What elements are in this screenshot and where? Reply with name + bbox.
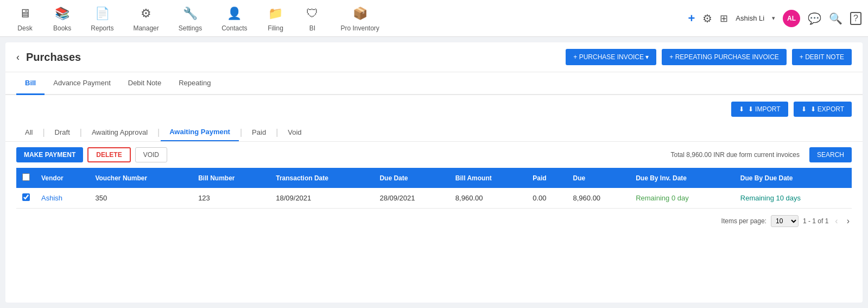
help-icon[interactable]: ? <box>850 12 861 25</box>
nav-label-bi: BI <box>309 24 315 32</box>
desk-icon: 🖥 <box>16 5 34 22</box>
filter-tab-all[interactable]: All <box>16 124 41 141</box>
filing-icon: 📁 <box>267 5 284 22</box>
nav-item-reports[interactable]: 📄 Reports <box>81 1 123 36</box>
export-icon: ⬇ <box>801 105 807 113</box>
nav-item-manager[interactable]: ⚙ Manager <box>123 1 168 36</box>
row-due-by-due-date: Remaining 10 days <box>735 188 852 209</box>
row-due-date: 28/09/2021 <box>374 188 449 209</box>
manager-icon: ⚙ <box>137 5 155 22</box>
row-paid: 0.00 <box>527 188 567 209</box>
void-button[interactable]: VOID <box>135 147 167 162</box>
th-transaction-date: Transaction Date <box>270 168 374 188</box>
th-paid: Paid <box>527 168 567 188</box>
make-payment-button[interactable]: MAKE PAYMENT <box>16 147 83 162</box>
books-icon: 📚 <box>54 5 71 22</box>
nav-label-books: Books <box>53 24 71 32</box>
row-checkbox[interactable] <box>16 188 36 209</box>
row-bill-amount: 8,960.00 <box>450 188 527 209</box>
tab-debit-note[interactable]: Debit Note <box>119 72 170 95</box>
nav-label-filing: Filing <box>268 24 283 32</box>
nav-item-filing[interactable]: 📁 Filing <box>257 1 294 36</box>
action-bar: MAKE PAYMENT DELETE VOID Total 8,960.00 … <box>5 142 863 168</box>
filter-tab-paid[interactable]: Paid <box>243 124 275 141</box>
table-row[interactable]: Ashish 350 123 18/09/2021 28/09/2021 8,9… <box>16 188 852 209</box>
row-due: 8,960.00 <box>567 188 630 209</box>
main-tabs: Bill Advance Payment Debit Note Repeatin… <box>5 72 863 95</box>
user-name[interactable]: Ashish Li <box>736 14 764 22</box>
search-icon[interactable]: 🔍 <box>829 12 842 25</box>
avatar-initials: AL <box>787 15 796 22</box>
th-voucher-number: Voucher Number <box>90 168 193 188</box>
tab-repeating[interactable]: Repeating <box>170 72 219 95</box>
nav-label-reports: Reports <box>91 24 113 32</box>
nav-item-books[interactable]: 📚 Books <box>43 1 81 36</box>
row-voucher-number: 350 <box>90 188 193 209</box>
top-nav: 🖥 Desk 📚 Books 📄 Reports ⚙ Manager 🔧 Set… <box>0 0 868 37</box>
import-icon: ⬇ <box>739 105 744 113</box>
reports-icon: 📄 <box>93 5 111 22</box>
purchases-table: Vendor Voucher Number Bill Number Transa… <box>16 168 852 209</box>
row-transaction-date: 18/09/2021 <box>270 188 374 209</box>
import-label: ⬇ IMPORT <box>748 105 781 113</box>
select-all-checkbox[interactable] <box>22 173 30 181</box>
debit-note-button[interactable]: + DEBIT NOTE <box>792 49 852 65</box>
import-button[interactable]: ⬇ ⬇ IMPORT <box>731 102 788 117</box>
th-checkbox <box>16 168 36 188</box>
pagination-range: 1 - 1 of 1 <box>803 217 828 225</box>
tab-bill[interactable]: Bill <box>16 72 45 95</box>
main-content: ‹ Purchases + PURCHASE INVOICE ▾ + REPEA… <box>5 42 863 303</box>
header-actions: + PURCHASE INVOICE ▾ + REPEATING PURCHAS… <box>566 49 852 65</box>
add-icon[interactable]: + <box>688 11 695 26</box>
nav-label-settings: Settings <box>179 24 202 32</box>
bi-icon: 🛡 <box>303 5 321 22</box>
pagination-next[interactable]: › <box>845 215 852 227</box>
nav-label-manager: Manager <box>133 24 159 32</box>
th-due-by-due-date: Due By Due Date <box>735 168 852 188</box>
filter-tab-awaiting-approval[interactable]: Awaiting Approval <box>83 124 156 141</box>
table-wrap: Vendor Voucher Number Bill Number Transa… <box>5 168 863 209</box>
chat-icon[interactable]: 💬 <box>808 12 821 25</box>
contacts-icon: 👤 <box>226 5 243 22</box>
gear-icon[interactable]: ⚙ <box>702 12 712 25</box>
row-bill-number: 123 <box>193 188 270 209</box>
nav-right: + ⚙ ⊞ Ashish Li ▾ AL 💬 🔍 ? <box>688 10 861 27</box>
back-button[interactable]: ‹ <box>16 52 20 63</box>
import-export-row: ⬇ ⬇ IMPORT ⬇ ⬇ EXPORT <box>5 95 863 123</box>
settings-icon: 🔧 <box>181 5 199 22</box>
grid-icon[interactable]: ⊞ <box>720 12 728 24</box>
export-button[interactable]: ⬇ ⬇ EXPORT <box>794 102 852 117</box>
th-due-by-inv-date: Due By Inv. Date <box>630 168 735 188</box>
th-vendor: Vendor <box>36 168 90 188</box>
delete-button[interactable]: DELETE <box>87 147 130 162</box>
search-button[interactable]: SEARCH <box>809 147 852 162</box>
nav-label-pro-inventory: Pro Inventory <box>340 24 379 32</box>
row-vendor: Ashish <box>36 188 90 209</box>
avatar[interactable]: AL <box>783 10 800 27</box>
nav-item-contacts[interactable]: 👤 Contacts <box>212 1 257 36</box>
table-body: Ashish 350 123 18/09/2021 28/09/2021 8,9… <box>16 188 852 209</box>
total-info: Total 8,960.00 INR due form current invo… <box>671 151 800 159</box>
tab-advance-payment[interactable]: Advance Payment <box>45 72 119 95</box>
table-header-row: Vendor Voucher Number Bill Number Transa… <box>16 168 852 188</box>
row-select-checkbox[interactable] <box>22 193 30 201</box>
filter-tab-void[interactable]: Void <box>279 124 310 141</box>
items-per-page-label: Items per page: <box>721 217 766 225</box>
nav-item-bi[interactable]: 🛡 BI <box>294 1 331 36</box>
repeating-purchase-invoice-button[interactable]: + REPEATING PURCHASE INVOICE <box>662 49 787 65</box>
filter-tab-draft[interactable]: Draft <box>46 124 79 141</box>
nav-item-pro-inventory[interactable]: 📦 Pro Inventory <box>331 1 389 36</box>
th-bill-number: Bill Number <box>193 168 270 188</box>
pagination-prev[interactable]: ‹ <box>833 215 840 227</box>
nav-item-settings[interactable]: 🔧 Settings <box>169 1 212 36</box>
nav-label-desk: Desk <box>17 24 32 32</box>
nav-items: 🖥 Desk 📚 Books 📄 Reports ⚙ Manager 🔧 Set… <box>7 1 688 36</box>
purchase-invoice-button[interactable]: + PURCHASE INVOICE ▾ <box>566 49 656 65</box>
th-due-date: Due Date <box>374 168 449 188</box>
row-due-by-inv-date: Remaining 0 day <box>630 188 735 209</box>
nav-item-desk[interactable]: 🖥 Desk <box>7 1 43 36</box>
export-label: ⬇ EXPORT <box>810 105 844 113</box>
filter-tab-awaiting-payment[interactable]: Awaiting Payment <box>161 123 239 141</box>
th-bill-amount: Bill Amount <box>450 168 527 188</box>
items-per-page-select[interactable]: 10 25 50 100 <box>771 215 799 227</box>
